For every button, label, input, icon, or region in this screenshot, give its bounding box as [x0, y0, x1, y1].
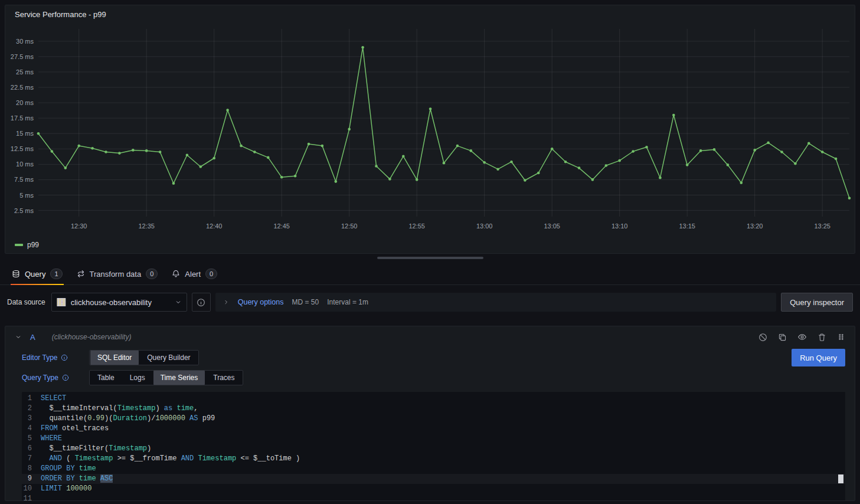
code-line-2[interactable]: 2 $__timeInterval(Timestamp) as time, [22, 404, 845, 414]
sql-editor[interactable]: 1SELECT2 $__timeInterval(Timestamp) as t… [22, 392, 845, 501]
datasource-picker[interactable]: clickhouse-observability [51, 293, 187, 312]
line-number: 8 [22, 464, 41, 474]
tab-transform-data[interactable]: Transform data 0 [71, 263, 164, 284]
svg-text:13:15: 13:15 [679, 222, 695, 230]
line-number: 10 [22, 484, 41, 494]
tab-count-badge: 0 [146, 269, 158, 279]
remove-query-button[interactable] [818, 333, 826, 342]
svg-text:2.5 ms: 2.5 ms [14, 207, 34, 214]
datasource-bar: Data source clickhouse-observability [7, 293, 853, 312]
radio-table[interactable]: Table [90, 371, 122, 385]
tab-label: Alert [185, 270, 201, 279]
query-row-header[interactable]: A (clickhouse-observability) [5, 326, 855, 348]
drag-handle[interactable] [837, 333, 845, 341]
code-line-6[interactable]: 6 $__timeFilter(Timestamp) [22, 444, 845, 454]
svg-text:27.5 ms: 27.5 ms [11, 53, 34, 60]
copy-icon [778, 333, 787, 342]
tab-count-badge: 1 [50, 269, 62, 279]
code-line-5[interactable]: 5WHERE [22, 434, 845, 444]
code-text: WHERE [41, 434, 62, 444]
query-type-radio-group: Table Logs Time Series Traces [89, 370, 243, 385]
collapse-chevron-icon[interactable] [15, 333, 22, 341]
tab-label: Transform data [90, 270, 142, 279]
radio-sql-editor[interactable]: SQL Editor [90, 351, 139, 365]
line-number: 1 [22, 394, 41, 404]
code-text: $__timeFilter(Timestamp) [41, 444, 151, 454]
run-query-button[interactable]: Run Query [792, 349, 845, 366]
code-text: GROUP BY time [41, 464, 96, 474]
info-circle-icon [197, 298, 205, 307]
svg-text:10 ms: 10 ms [16, 161, 34, 168]
legend-swatch [15, 244, 23, 246]
datasource-selected-value: clickhouse-observability [71, 298, 170, 307]
editor-type-radio-group: SQL Editor Query Builder [89, 350, 199, 365]
svg-text:12:45: 12:45 [273, 222, 290, 230]
dashboard-panel-edit: Service Performance - p99 2.5 ms5 ms7.5 … [0, 5, 860, 501]
svg-text:22.5 ms: 22.5 ms [11, 84, 34, 91]
code-line-4[interactable]: 4FROM otel_traces [22, 424, 845, 434]
code-line-10[interactable]: 10LIMIT 100000 [22, 484, 845, 494]
svg-text:13:20: 13:20 [747, 222, 763, 230]
disable-query-button[interactable] [758, 333, 767, 342]
line-number: 6 [22, 444, 41, 454]
query-row-actions [758, 332, 845, 342]
radio-logs[interactable]: Logs [123, 371, 152, 385]
datasource-help-button[interactable] [192, 293, 211, 312]
circle-slash-icon [758, 333, 767, 342]
query-options-toggle[interactable]: Query options MD = 50 Interval = 1m [215, 293, 777, 312]
code-line-11[interactable]: 11 [22, 494, 845, 501]
timeseries-panel: Service Performance - p99 2.5 ms5 ms7.5 … [5, 5, 855, 254]
query-options-label[interactable]: Query options [238, 298, 284, 306]
svg-text:13:25: 13:25 [814, 222, 830, 230]
hide-response-button[interactable] [797, 332, 807, 342]
query-ref-id: A [30, 333, 35, 342]
legend-item-p99[interactable]: p99 [15, 241, 39, 249]
line-number: 9 [22, 474, 41, 484]
editor-type-label: Editor Type [22, 354, 57, 362]
radio-traces[interactable]: Traces [206, 371, 241, 385]
svg-text:7.5 ms: 7.5 ms [14, 176, 34, 183]
timeseries-chart[interactable]: 2.5 ms5 ms7.5 ms10 ms12.5 ms15 ms17.5 ms… [5, 23, 855, 238]
svg-text:12:55: 12:55 [408, 222, 425, 230]
code-text: SELECT [41, 394, 66, 404]
clickhouse-logo-icon [57, 297, 66, 307]
tab-alert[interactable]: Alert 0 [166, 263, 223, 284]
database-icon [12, 270, 20, 278]
legend-label: p99 [27, 241, 39, 249]
panel-title: Service Performance - p99 [15, 10, 106, 19]
line-number: 3 [22, 414, 41, 424]
bell-icon [172, 270, 180, 278]
tab-query[interactable]: Query 1 [6, 263, 68, 284]
panel-header[interactable]: Service Performance - p99 [5, 5, 855, 23]
code-line-9[interactable]: 9ORDER BY time ASC [22, 474, 845, 484]
line-number: 4 [22, 424, 41, 434]
svg-text:13:05: 13:05 [544, 222, 560, 230]
svg-text:25 ms: 25 ms [16, 68, 34, 76]
tab-count-badge: 0 [205, 269, 217, 279]
svg-text:17.5 ms: 17.5 ms [11, 114, 34, 122]
info-circle-icon[interactable] [61, 354, 68, 361]
editor-type-label-group: Editor Type [22, 354, 89, 362]
tab-label: Query [25, 270, 45, 279]
horizontal-scrollbar[interactable] [377, 257, 483, 259]
code-line-1[interactable]: 1SELECT [22, 394, 845, 404]
svg-text:12:40: 12:40 [206, 222, 223, 230]
code-text: AND ( Timestamp >= $__fromTime AND Times… [41, 454, 300, 464]
max-data-points-value: MD = 50 [292, 298, 319, 306]
active-tab-indicator [11, 284, 64, 285]
code-line-8[interactable]: 8GROUP BY time [22, 464, 845, 474]
code-text: $__timeInterval(Timestamp) as time, [41, 404, 198, 414]
info-circle-icon[interactable] [62, 374, 69, 381]
chart-legend: p99 [5, 238, 855, 252]
svg-text:20 ms: 20 ms [16, 99, 34, 106]
edit-pane-tabs: Query 1 Transform data 0 Alert 0 [0, 263, 860, 285]
code-text: ORDER BY time ASC [41, 474, 113, 484]
radio-time-series[interactable]: Time Series [153, 371, 205, 385]
radio-query-builder[interactable]: Query Builder [140, 351, 197, 365]
query-inspector-button[interactable]: Query inspector [781, 293, 853, 312]
query-type-row: Query Type Table Logs Time Series Traces [22, 369, 845, 387]
duplicate-query-button[interactable] [778, 333, 787, 342]
code-line-3[interactable]: 3 quantile(0.99)(Duration)/1000000 AS p9… [22, 414, 845, 424]
grip-dots-icon [837, 333, 845, 341]
code-line-7[interactable]: 7 AND ( Timestamp >= $__fromTime AND Tim… [22, 454, 845, 464]
